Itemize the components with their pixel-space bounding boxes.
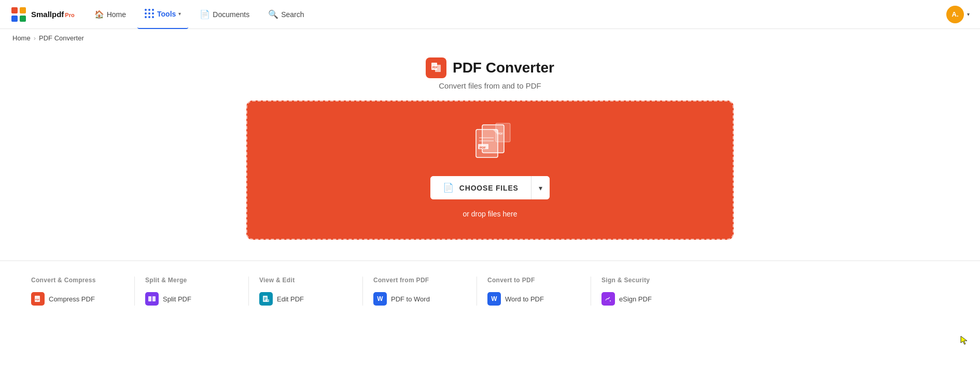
page-subtitle: Convert files from and to PDF bbox=[439, 81, 541, 90]
pdf-to-word-label: PDF to Word bbox=[391, 295, 430, 303]
dropdown-chevron-icon: ▾ bbox=[539, 184, 542, 192]
page-header: PDF PDF Converter Convert files from and… bbox=[426, 57, 554, 90]
nav-search-label: Search bbox=[281, 10, 304, 19]
svg-point-29 bbox=[610, 300, 611, 301]
tool-category-sign-security: Sign & Security eSign PDF bbox=[591, 277, 705, 306]
compress-pdf-icon: PDF bbox=[31, 292, 45, 306]
tools-grid-icon bbox=[145, 9, 155, 19]
tool-category-convert-compress: Convert & Compress PDF Compress PDF bbox=[21, 277, 135, 306]
drop-zone[interactable]: PDF PDF 📄 CHOOSE FILES ▾ or drop files h… bbox=[246, 100, 734, 240]
section-divider bbox=[0, 261, 980, 261]
svg-rect-26 bbox=[267, 299, 269, 302]
svg-rect-19 bbox=[148, 296, 151, 301]
navbar: SmallpdfPro 🏠 Home Tools ▾ 📄 Documents 🔍… bbox=[0, 0, 980, 29]
choose-files-row: 📄 CHOOSE FILES ▾ bbox=[430, 176, 549, 199]
category-title-view-edit: View & Edit bbox=[259, 277, 352, 284]
logo[interactable]: SmallpdfPro bbox=[10, 6, 75, 23]
nav-search[interactable]: 🔍 Search bbox=[261, 0, 311, 29]
search-icon: 🔍 bbox=[268, 9, 278, 19]
choose-files-button[interactable]: 📄 CHOOSE FILES bbox=[430, 176, 530, 199]
svg-text:PDF: PDF bbox=[432, 66, 438, 69]
category-title-split-merge: Split & Merge bbox=[145, 277, 238, 284]
edit-pdf-label: Edit PDF bbox=[277, 295, 304, 303]
svg-rect-9 bbox=[476, 129, 498, 157]
compress-pdf-label: Compress PDF bbox=[49, 295, 95, 303]
tool-category-view-edit: View & Edit Edit PDF bbox=[249, 277, 363, 306]
page-title-row: PDF PDF Converter bbox=[426, 57, 554, 78]
nav-documents[interactable]: 📄 Documents bbox=[192, 0, 257, 29]
pdf-converter-icon: PDF bbox=[426, 57, 446, 78]
page-title: PDF Converter bbox=[453, 60, 554, 76]
tool-category-split-merge: Split & Merge Split PDF bbox=[135, 277, 249, 306]
breadcrumb: Home › PDF Converter bbox=[0, 29, 980, 47]
breadcrumb-home[interactable]: Home bbox=[12, 34, 31, 42]
avatar[interactable]: A. bbox=[946, 6, 964, 23]
tool-item-compress-pdf[interactable]: PDF Compress PDF bbox=[31, 292, 124, 306]
category-title-to-pdf: Convert to PDF bbox=[487, 277, 580, 284]
category-title-convert-compress: Convert & Compress bbox=[31, 277, 124, 284]
documents-icon: 📄 bbox=[200, 9, 210, 19]
main-content: PDF PDF Converter Convert files from and… bbox=[0, 47, 980, 240]
choose-files-label: CHOOSE FILES bbox=[459, 184, 519, 192]
file-illustration: PDF PDF bbox=[467, 122, 513, 166]
avatar-chevron-icon: ▾ bbox=[967, 11, 970, 17]
svg-rect-2 bbox=[20, 7, 26, 13]
tool-item-edit-pdf[interactable]: Edit PDF bbox=[259, 292, 352, 306]
file-upload-icon: 📄 bbox=[443, 182, 454, 193]
tool-item-esign-pdf[interactable]: eSign PDF bbox=[601, 292, 695, 306]
edit-pdf-icon bbox=[259, 292, 273, 306]
nav-tools[interactable]: Tools ▾ bbox=[137, 0, 188, 29]
esign-pdf-icon bbox=[601, 292, 615, 306]
breadcrumb-separator: › bbox=[34, 34, 36, 42]
tool-category-to-pdf: Convert to PDF W Word to PDF bbox=[477, 277, 591, 306]
svg-rect-3 bbox=[11, 16, 18, 22]
tool-item-word-to-pdf[interactable]: W Word to PDF bbox=[487, 292, 580, 306]
svg-text:PDF: PDF bbox=[35, 298, 40, 301]
nav-home[interactable]: 🏠 Home bbox=[87, 0, 133, 29]
pdf-to-word-icon: W bbox=[373, 292, 387, 306]
user-menu[interactable]: A. ▾ bbox=[946, 6, 970, 23]
tool-category-from-pdf: Convert from PDF W PDF to Word bbox=[363, 277, 477, 306]
bottom-tools: Convert & Compress PDF Compress PDF Spli… bbox=[0, 277, 726, 326]
split-pdf-label: Split PDF bbox=[163, 295, 191, 303]
word-to-pdf-label: Word to PDF bbox=[505, 295, 544, 303]
svg-text:PDF: PDF bbox=[498, 132, 503, 135]
nav-home-label: Home bbox=[107, 10, 126, 19]
nav-documents-label: Documents bbox=[213, 10, 249, 19]
choose-files-dropdown-button[interactable]: ▾ bbox=[531, 176, 550, 199]
svg-text:PDF: PDF bbox=[480, 146, 486, 149]
svg-rect-4 bbox=[20, 16, 26, 22]
home-icon: 🏠 bbox=[94, 10, 104, 19]
drop-files-text: or drop files here bbox=[463, 210, 517, 218]
breadcrumb-current: PDF Converter bbox=[39, 34, 84, 42]
split-pdf-icon bbox=[145, 292, 159, 306]
word-to-pdf-icon: W bbox=[487, 292, 501, 306]
logo-brand: SmallpdfPro bbox=[31, 10, 75, 19]
esign-pdf-label: eSign PDF bbox=[619, 295, 652, 303]
nav-tools-label: Tools bbox=[157, 10, 176, 18]
tool-item-split-pdf[interactable]: Split PDF bbox=[145, 292, 238, 306]
tools-chevron-icon: ▾ bbox=[178, 11, 181, 17]
category-title-sign-security: Sign & Security bbox=[601, 277, 695, 284]
tools-grid: Convert & Compress PDF Compress PDF Spli… bbox=[21, 277, 705, 306]
tool-item-pdf-to-word[interactable]: W PDF to Word bbox=[373, 292, 466, 306]
svg-rect-20 bbox=[152, 296, 156, 301]
category-title-from-pdf: Convert from PDF bbox=[373, 277, 466, 284]
svg-rect-1 bbox=[11, 7, 18, 13]
